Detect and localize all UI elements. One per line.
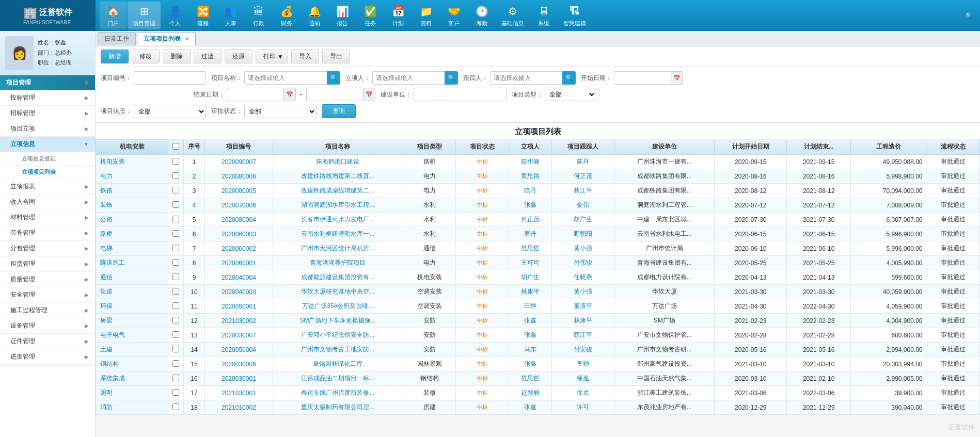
project-name-cell[interactable]: 广安邓小平纪念馆安全防...	[273, 328, 403, 343]
project-no-cell[interactable]: 2020050001	[205, 299, 273, 314]
nav-system[interactable]: 🖥 系统	[530, 2, 557, 29]
project-name-search-btn[interactable]: 🔍	[327, 71, 340, 85]
founder-cell[interactable]: 陈丹	[509, 184, 551, 198]
category-cell[interactable]: 环保	[96, 299, 168, 314]
checkbox-cell[interactable]	[168, 270, 184, 285]
founder-cell[interactable]: 何正茂	[509, 213, 551, 227]
project-no-cell[interactable]: 2021030002	[205, 314, 273, 328]
sidebar-subsub-register[interactable]: 立项信息登记	[0, 152, 95, 166]
category-cell[interactable]: 路桥	[96, 227, 168, 241]
project-no-cell[interactable]: 2020060002	[205, 241, 273, 256]
row-checkbox[interactable]	[172, 375, 179, 381]
founder-cell[interactable]: 林康平	[509, 285, 551, 299]
project-name-cell[interactable]: 江苏成品油二期项目一标...	[273, 371, 403, 386]
follower-cell[interactable]: 陈丹	[552, 155, 614, 169]
follower-cell[interactable]: 野朝阳	[552, 227, 614, 241]
checkbox-cell[interactable]	[168, 241, 184, 256]
follower-cell[interactable]: 董清平	[552, 299, 614, 314]
row-checkbox[interactable]	[172, 245, 179, 251]
category-cell[interactable]: 钢结构	[96, 357, 168, 371]
sidebar-item-subcontract[interactable]: 分包管理 ▶	[0, 241, 95, 256]
category-cell[interactable]: 系统集成	[96, 371, 168, 386]
sidebar-item-material[interactable]: 材料管理 ▶	[0, 210, 95, 225]
founder-cell[interactable]: 王可可	[509, 256, 551, 270]
follower-cell[interactable]: 付安骏	[552, 343, 614, 357]
checkbox-cell[interactable]	[168, 198, 184, 213]
category-cell[interactable]: 土建	[96, 343, 168, 357]
settings-icon[interactable]: ⚙	[84, 80, 89, 86]
category-cell[interactable]: 装饰	[96, 198, 168, 213]
select-all-checkbox[interactable]	[172, 143, 179, 150]
project-no-input[interactable]	[134, 71, 206, 85]
nav-customer[interactable]: 🤝 客户	[440, 2, 467, 29]
project-name-cell[interactable]: 广州市文物考古工地安防...	[273, 343, 403, 357]
project-name-cell[interactable]: 长春市伊通河水力发电厂...	[273, 213, 403, 227]
founder-cell[interactable]: 张鑫	[509, 198, 551, 213]
checkbox-cell[interactable]	[168, 227, 184, 241]
filter-button[interactable]: 过滤	[194, 50, 222, 63]
follower-cell[interactable]: 徐贞	[552, 386, 614, 400]
follower-cell[interactable]: 金伟	[552, 198, 614, 213]
category-cell[interactable]: 铁路	[96, 184, 168, 198]
tab-daily[interactable]: 日常工作	[98, 32, 136, 45]
follower-cell[interactable]: 林康平	[552, 314, 614, 328]
founder-cell[interactable]: 范思哲	[509, 241, 551, 256]
checkbox-cell[interactable]	[168, 213, 184, 227]
row-checkbox[interactable]	[172, 158, 179, 165]
row-checkbox[interactable]	[172, 187, 179, 193]
project-name-cell[interactable]: 广州市天河区统计局机房...	[273, 241, 403, 256]
category-cell[interactable]: 电力	[96, 169, 168, 184]
project-name-cell[interactable]: 青海洪湖养护院项目	[273, 256, 403, 270]
follower-cell[interactable]: 李帅	[552, 357, 614, 371]
query-button[interactable]: 查询	[322, 104, 356, 118]
tab-project-list[interactable]: 立项项目列表 ✕	[137, 32, 196, 45]
project-name-cell[interactable]: 云南水利枢纽潜明水库一...	[273, 227, 403, 241]
row-checkbox[interactable]	[172, 403, 179, 410]
project-no-cell[interactable]: 2020040003	[205, 285, 273, 299]
founder-cell[interactable]: 陈华健	[509, 155, 551, 169]
project-no-cell[interactable]: 2020090007	[205, 155, 273, 169]
sidebar-item-labor[interactable]: 劳务管理 ▶	[0, 225, 95, 241]
project-no-cell[interactable]: 2020060001	[205, 256, 273, 270]
project-name-cell[interactable]: 华软大厦研究基地中央空...	[273, 285, 403, 299]
founder-cell[interactable]: 黄思路	[509, 169, 551, 184]
nav-plan[interactable]: 📅 计划	[385, 2, 412, 29]
checkbox-cell[interactable]	[168, 343, 184, 357]
sidebar-item-bidding[interactable]: 招标管理 ▶	[0, 106, 95, 121]
follower-cell[interactable]: 任晓燕	[552, 270, 614, 285]
import-button[interactable]: 导入	[291, 50, 319, 63]
checkbox-cell[interactable]	[168, 155, 184, 169]
follower-cell[interactable]: 许可	[552, 400, 614, 415]
tab-close-icon[interactable]: ✕	[185, 36, 189, 42]
category-cell[interactable]: 公路	[96, 213, 168, 227]
follower-input[interactable]	[490, 71, 562, 85]
project-name-cell[interactable]: 重庆太极制药有限公司涅...	[273, 400, 403, 415]
export-button[interactable]: 导出	[322, 50, 350, 63]
sidebar-item-quality[interactable]: 质量管理 ▶	[0, 272, 95, 287]
checkbox-cell[interactable]	[168, 371, 184, 386]
founder-cell[interactable]: 马东	[509, 343, 551, 357]
project-no-cell[interactable]: 2021010002	[205, 400, 273, 415]
project-no-cell[interactable]: 2020050004	[205, 343, 273, 357]
project-name-cell[interactable]: 改建铁路成渝线增建第二...	[273, 184, 403, 198]
row-checkbox[interactable]	[172, 346, 179, 352]
checkbox-cell[interactable]	[168, 328, 184, 343]
nav-hr[interactable]: 👥 人事	[217, 2, 244, 29]
project-no-cell[interactable]: 2020080006	[205, 169, 273, 184]
category-cell[interactable]: 机电安装	[96, 155, 168, 169]
project-name-cell[interactable]: 春运专线广州疏度所装修...	[273, 386, 403, 400]
project-no-cell[interactable]: 2020030007	[205, 328, 273, 343]
follower-cell[interactable]: 臻逸	[552, 371, 614, 386]
project-no-cell[interactable]: 2020080005	[205, 184, 273, 198]
project-no-cell[interactable]: 2020040004	[205, 270, 273, 285]
sidebar-item-progress[interactable]: 进度管理 ▶	[0, 349, 95, 365]
category-cell[interactable]: 通信	[96, 270, 168, 285]
row-checkbox[interactable]	[172, 230, 179, 237]
founder-cell[interactable]: 田静	[509, 299, 551, 314]
add-button[interactable]: 新增	[101, 50, 129, 63]
edit-button[interactable]: 修改	[132, 50, 160, 63]
sidebar-item-equipment[interactable]: 设备管理 ▶	[0, 318, 95, 334]
end-date-start-picker[interactable]: 📅	[283, 88, 296, 101]
start-date-input[interactable]	[614, 71, 671, 85]
checkbox-cell[interactable]	[168, 256, 184, 270]
